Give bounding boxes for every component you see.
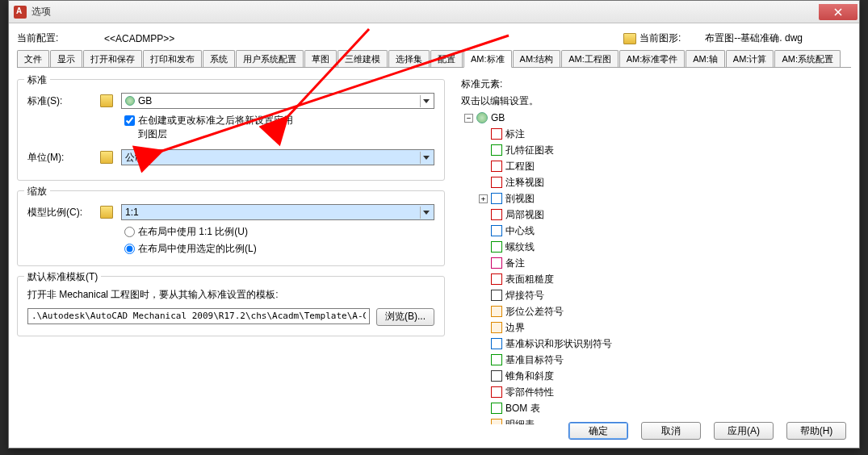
standard-group-title: 标准 <box>24 73 50 87</box>
apply-layers-checkbox[interactable] <box>124 115 135 126</box>
tree-item[interactable]: 基准目标符号 <box>479 352 851 368</box>
tree-item[interactable]: 锥角和斜度 <box>479 368 851 384</box>
tree-item[interactable]: 局部视图 <box>479 207 851 223</box>
tree-item[interactable]: 基准标识和形状识别符号 <box>479 336 851 352</box>
model-scale-label: 模型比例(C): <box>27 206 100 219</box>
tab-16[interactable]: AM:系统配置 <box>774 50 841 67</box>
tab-5[interactable]: 用户系统配置 <box>236 50 304 67</box>
unit-value: 公制 <box>125 151 145 165</box>
apply-button[interactable]: 应用(A) <box>714 422 774 440</box>
tab-9[interactable]: 配置 <box>430 50 463 67</box>
tree-item-label: 锥角和斜度 <box>505 368 554 384</box>
elements-hint: 双击以编辑设置。 <box>461 94 851 108</box>
tree-spacer <box>479 291 488 300</box>
model-scale-combo[interactable]: 1:1 <box>121 204 434 220</box>
tree-item[interactable]: +剖视图 <box>479 190 851 207</box>
tab-6[interactable]: 草图 <box>304 50 337 67</box>
tree-item-label: 零部件特性 <box>505 384 554 400</box>
tab-2[interactable]: 打开和保存 <box>83 50 142 67</box>
tab-14[interactable]: AM:轴 <box>686 50 725 67</box>
chevron-down-icon <box>420 95 432 107</box>
standard-label: 标准(S): <box>27 94 100 108</box>
tree-item-label: 边界 <box>505 319 525 336</box>
tab-15[interactable]: AM:计算 <box>726 50 774 67</box>
help-button[interactable]: 帮助(H) <box>786 422 846 440</box>
elements-tree[interactable]: − GB 标注孔特征图表工程图注释视图+剖视图局部视图中心线螺纹线备注表面粗糙度… <box>461 110 851 424</box>
tree-root[interactable]: − GB <box>464 110 851 126</box>
tree-item[interactable]: 孔特征图表 <box>479 142 851 158</box>
tree-item-icon <box>491 209 502 220</box>
tree-spacer <box>479 130 488 139</box>
tree-item[interactable]: 标注 <box>479 126 851 142</box>
layer-icon-2[interactable] <box>100 151 113 164</box>
tree-item-icon <box>491 306 502 317</box>
layout-selected-label: 在布局中使用选定的比例(L) <box>138 242 257 256</box>
tree-item-icon <box>491 354 502 365</box>
tree-item[interactable]: 零部件特性 <box>479 384 851 400</box>
tree-spacer <box>479 227 488 236</box>
tree-item-icon <box>491 419 502 424</box>
tree-spacer <box>479 243 488 252</box>
tree-item-icon <box>491 177 502 188</box>
tree-item-label: 形位公差符号 <box>505 303 564 319</box>
tab-0[interactable]: 文件 <box>17 50 49 67</box>
chevron-down-icon <box>420 152 432 164</box>
tab-3[interactable]: 打印和发布 <box>143 50 202 67</box>
tab-7[interactable]: 三维建模 <box>338 50 388 67</box>
standard-combo[interactable]: GB <box>121 93 434 109</box>
close-icon <box>834 8 842 16</box>
layer-icon[interactable] <box>100 94 113 107</box>
standard-value: GB <box>138 95 152 106</box>
dialog-footer: 确定 取消 应用(A) 帮助(H) <box>562 422 846 440</box>
layout-selected-radio[interactable] <box>124 244 135 254</box>
tab-8[interactable]: 选择集 <box>388 50 430 67</box>
ok-button[interactable]: 确定 <box>568 422 628 440</box>
tab-12[interactable]: AM:工程图 <box>561 50 619 67</box>
template-group: 默认标准模板(T) 打开非 Mechanical 工程图时，要从其输入标准设置的… <box>17 276 445 336</box>
layout-11-radio[interactable] <box>124 227 135 237</box>
tab-1[interactable]: 显示 <box>50 50 82 67</box>
collapse-icon[interactable]: − <box>464 114 473 123</box>
profile-row: 当前配置: <<ACADMPP>> 当前图形: 布置图--基础准确. dwg <box>17 28 851 50</box>
tab-4[interactable]: 系统 <box>203 50 235 67</box>
browse-button[interactable]: 浏览(B)... <box>376 308 434 326</box>
tree-item[interactable]: 中心线 <box>479 223 851 239</box>
titlebar[interactable]: 选项 <box>9 1 859 23</box>
tree-item-icon <box>491 241 502 253</box>
window-title: 选项 <box>31 5 819 19</box>
tree-item-label: 基准标识和形状识别符号 <box>505 336 612 352</box>
current-drawing-value: 布置图--基础准确. dwg <box>705 31 803 45</box>
layer-icon-3[interactable] <box>100 206 113 219</box>
tree-item-label: 螺纹线 <box>505 239 535 255</box>
tree-item[interactable]: 形位公差符号 <box>479 303 851 319</box>
elements-header: 标准元素: <box>461 77 851 91</box>
tree-item[interactable]: 表面粗糙度 <box>479 271 851 287</box>
tab-strip: 文件显示打开和保存打印和发布系统用户系统配置草图三维建模选择集配置AM:标准AM… <box>17 50 851 68</box>
app-icon <box>14 6 27 19</box>
expand-icon[interactable]: + <box>479 194 488 203</box>
template-path-input[interactable] <box>27 308 370 324</box>
tree-item[interactable]: 焊接符号 <box>479 287 851 303</box>
apply-layers-label: 在创建或更改标准之后将新设置应用到图层 <box>138 114 300 141</box>
tree-item-icon <box>491 386 502 398</box>
tree-item[interactable]: 注释视图 <box>479 174 851 190</box>
tree-item-icon <box>491 290 502 301</box>
tree-item-label: 备注 <box>505 255 525 271</box>
tab-10[interactable]: AM:标准 <box>463 50 512 68</box>
tree-item-icon <box>491 144 502 156</box>
cancel-button[interactable]: 取消 <box>641 422 701 440</box>
unit-combo[interactable]: 公制 <box>121 149 434 165</box>
tree-item[interactable]: 备注 <box>479 255 851 271</box>
close-button[interactable] <box>819 4 858 20</box>
tree-item-label: 剖视图 <box>505 190 535 207</box>
tab-13[interactable]: AM:标准零件 <box>619 50 686 67</box>
tree-spacer <box>479 356 488 365</box>
tree-spacer <box>479 404 488 413</box>
tree-item[interactable]: 螺纹线 <box>479 239 851 255</box>
tab-11[interactable]: AM:结构 <box>513 50 561 67</box>
tree-item-label: 表面粗糙度 <box>505 271 554 287</box>
tree-item[interactable]: 边界 <box>479 319 851 336</box>
tree-item[interactable]: BOM 表 <box>479 400 851 416</box>
tree-spacer <box>479 324 488 332</box>
tree-item[interactable]: 工程图 <box>479 158 851 174</box>
